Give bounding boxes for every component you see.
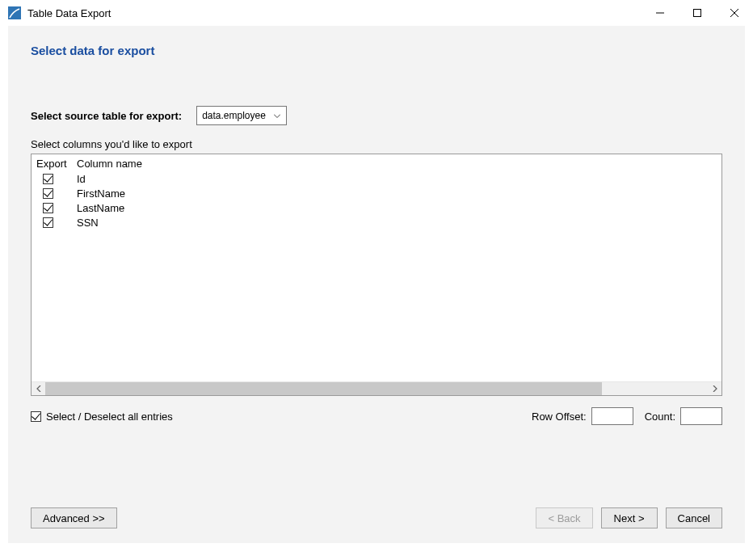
row-offset-input[interactable] <box>591 407 633 425</box>
count-group: Count: <box>645 407 722 425</box>
source-label: Select source table for export: <box>31 110 182 122</box>
select-all-group: Select / Deselect all entries <box>31 411 173 423</box>
column-checkbox[interactable] <box>43 217 53 228</box>
advanced-button-label: Advanced >> <box>43 512 105 524</box>
header-column-name: Column name <box>77 158 717 170</box>
minimize-button[interactable] <box>642 0 679 26</box>
main-panel: Select data for export Select source tab… <box>8 26 745 543</box>
columns-instruction: Select columns you'd like to export <box>31 138 722 150</box>
titlebar: Table Data Export <box>0 0 753 26</box>
app-icon <box>8 6 21 19</box>
scroll-right-icon[interactable] <box>708 382 721 395</box>
source-row: Select source table for export: data.emp… <box>31 106 722 125</box>
window-title: Table Data Export <box>27 7 642 19</box>
column-name-cell: LastName <box>77 202 717 214</box>
page-heading: Select data for export <box>31 44 722 57</box>
column-checkbox[interactable] <box>43 174 53 184</box>
header-export: Export <box>36 158 77 170</box>
next-button-label: Next > <box>614 512 645 524</box>
back-button-label: < Back <box>548 512 580 524</box>
close-button[interactable] <box>716 0 753 26</box>
back-button[interactable]: < Back <box>536 507 592 528</box>
button-bar: Advanced >> < Back Next > Cancel <box>31 507 722 528</box>
svg-rect-2 <box>694 10 701 17</box>
scroll-left-icon[interactable] <box>32 382 45 395</box>
table-row: Id <box>36 171 717 186</box>
select-all-checkbox[interactable] <box>31 411 41 422</box>
next-button[interactable]: Next > <box>601 507 658 528</box>
maximize-button[interactable] <box>679 0 716 26</box>
select-all-label: Select / Deselect all entries <box>46 411 173 423</box>
row-offset-group: Row Offset: <box>532 407 633 425</box>
column-checkbox[interactable] <box>43 203 53 213</box>
columns-table: Export Column name Id FirstName LastNa <box>31 154 722 396</box>
column-name-cell: Id <box>77 173 717 185</box>
advanced-button[interactable]: Advanced >> <box>31 507 117 528</box>
cancel-button-label: Cancel <box>678 512 710 524</box>
scroll-track[interactable] <box>45 382 708 395</box>
scroll-thumb[interactable] <box>45 382 602 395</box>
row-offset-label: Row Offset: <box>532 411 587 423</box>
source-table-value: data.employee <box>202 110 273 121</box>
count-input[interactable] <box>680 407 722 425</box>
table-row: SSN <box>36 215 717 229</box>
columns-table-body: Export Column name Id FirstName LastNa <box>32 154 721 381</box>
column-checkbox[interactable] <box>43 188 53 199</box>
cancel-button[interactable]: Cancel <box>666 507 722 528</box>
column-name-cell: FirstName <box>77 187 717 200</box>
columns-header: Export Column name <box>36 158 717 170</box>
source-table-select[interactable]: data.employee <box>196 106 287 125</box>
count-label: Count: <box>645 411 675 423</box>
chevron-down-icon <box>273 114 281 118</box>
table-scrollbar[interactable] <box>32 381 721 395</box>
below-table-row: Select / Deselect all entries Row Offset… <box>31 407 722 425</box>
table-row: LastName <box>36 200 717 215</box>
column-name-cell: SSN <box>77 217 717 229</box>
table-row: FirstName <box>36 186 717 200</box>
